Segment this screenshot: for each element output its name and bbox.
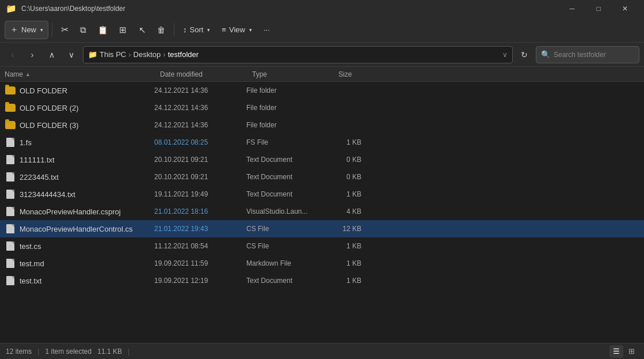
minimize-button[interactable]: ─: [559, 0, 585, 17]
file-name: MonacoPreviewHandler.csproj: [5, 206, 154, 217]
table-row[interactable]: MonacoPreviewHandlerControl.cs21.01.2022…: [0, 220, 644, 237]
cut-button[interactable]: ✂: [56, 21, 74, 39]
table-row[interactable]: OLD FOLDER24.12.2021 14:36File folder: [0, 82, 644, 99]
breadcrumb-sep-2: ›: [163, 50, 165, 59]
file-size: 1 KB: [333, 242, 373, 250]
paste-icon: 📋: [98, 25, 108, 35]
file-type: File folder: [246, 104, 333, 112]
search-container[interactable]: 🔍: [536, 46, 639, 63]
sort-chevron-icon: ▾: [207, 27, 210, 33]
refresh-button[interactable]: ↻: [516, 47, 532, 63]
file-date: 08.01.2022 08:25: [154, 138, 246, 146]
file-name: MonacoPreviewHandlerControl.cs: [5, 223, 154, 235]
table-row[interactable]: 31234444434.txt19.11.2021 19:49Text Docu…: [0, 186, 644, 203]
delete-button[interactable]: 🗑: [152, 21, 170, 39]
up-button[interactable]: ∧: [44, 47, 60, 63]
table-row[interactable]: 1.fs08.01.2022 08:25FS File1 KB: [0, 134, 644, 151]
file-size: 12 KB: [333, 225, 373, 233]
sort-arrows-icon: ↕: [183, 25, 187, 34]
file-name-text: 31234444434.txt: [20, 190, 75, 199]
file-size: 1 KB: [333, 277, 373, 285]
details-view-button[interactable]: ☰: [609, 345, 623, 358]
file-date: 20.10.2021 09:21: [154, 173, 246, 181]
col-header-type[interactable]: Type: [252, 70, 338, 78]
maximize-button[interactable]: □: [585, 0, 612, 17]
file-icon: [5, 240, 16, 252]
table-row[interactable]: 111111.txt20.10.2021 09:21Text Document0…: [0, 151, 644, 168]
col-header-date[interactable]: Date modified: [160, 70, 252, 78]
file-type: Text Document: [246, 173, 333, 181]
view-button[interactable]: ≡ View ▾: [216, 21, 257, 39]
more-options-button[interactable]: ···: [258, 21, 275, 39]
table-row[interactable]: MonacoPreviewHandler.csproj21.01.2022 18…: [0, 203, 644, 220]
file-type: Text Document: [246, 156, 333, 164]
breadcrumb: This PC › Desktop › testfolder: [100, 50, 500, 59]
file-date: 20.10.2021 09:21: [154, 156, 246, 164]
folder-icon: [5, 85, 16, 96]
back-button[interactable]: ‹: [5, 47, 21, 63]
breadcrumb-sep-1: ›: [128, 50, 131, 59]
table-row[interactable]: 2223445.txt20.10.2021 09:21Text Document…: [0, 168, 644, 186]
file-type: File folder: [246, 86, 333, 95]
file-size: 1 KB: [333, 138, 373, 146]
close-button[interactable]: ✕: [612, 0, 638, 17]
cut-icon: ✂: [61, 24, 68, 35]
file-date: 24.12.2021 14:36: [154, 104, 246, 112]
file-type: Text Document: [246, 190, 333, 198]
folder-icon: [5, 102, 16, 114]
copy2-icon: ⊞: [119, 25, 127, 35]
table-row[interactable]: test.txt19.09.2021 12:19Text Document1 K…: [0, 272, 644, 289]
search-input[interactable]: [554, 51, 634, 59]
file-icon: [5, 154, 16, 165]
file-name: 31234444434.txt: [5, 188, 154, 200]
selected-size: 11.1 KB: [97, 347, 122, 356]
file-date: 11.12.2021 08:54: [154, 242, 246, 250]
file-date: 19.09.2021 12:19: [154, 277, 246, 285]
file-name-text: OLD FOLDER (2): [20, 104, 79, 112]
file-icon: [5, 188, 16, 200]
file-type: File folder: [246, 121, 333, 129]
toolbar-separator-1: [52, 23, 52, 37]
file-size: 4 KB: [333, 207, 373, 216]
file-icon: [5, 258, 16, 269]
file-name: test.txt: [5, 275, 154, 286]
col-header-name[interactable]: Name ▲: [5, 70, 160, 78]
file-icon: [5, 223, 16, 235]
forward-button[interactable]: ›: [24, 47, 40, 63]
sort-button[interactable]: ↕ Sort ▾: [178, 21, 215, 39]
address-bar-input[interactable]: 📁 This PC › Desktop › testfolder ∨: [83, 46, 513, 63]
file-type: Markdown File: [246, 259, 333, 267]
table-row[interactable]: OLD FOLDER (3)24.12.2021 14:36File folde…: [0, 116, 644, 134]
new-label: New: [21, 25, 36, 34]
address-folder-icon: 📁: [88, 50, 97, 59]
share-button[interactable]: ↗: [133, 21, 151, 39]
sort-label: Sort: [190, 25, 204, 34]
col-header-size[interactable]: Size: [338, 70, 379, 78]
down-button[interactable]: ∨: [63, 47, 79, 63]
paste-button[interactable]: 📋: [93, 21, 113, 39]
file-type: Text Document: [246, 277, 333, 285]
file-name: 1.fs: [5, 137, 154, 148]
new-button[interactable]: ＋ New ▾: [5, 21, 48, 39]
breadcrumb-this-pc: This PC: [100, 50, 126, 59]
file-date: 21.01.2022 19:43: [154, 225, 246, 233]
copy-button[interactable]: ⧉: [75, 21, 92, 39]
file-icon: [5, 275, 16, 286]
share-icon: ↗: [137, 26, 147, 33]
file-type: CS File: [246, 242, 333, 250]
table-row[interactable]: test.md19.09.2021 11:59Markdown File1 KB: [0, 255, 644, 272]
copy2-button[interactable]: ⊞: [114, 21, 132, 39]
more-icon: ···: [264, 25, 270, 34]
file-date: 24.12.2021 14:36: [154, 121, 246, 129]
file-name: 111111.txt: [5, 154, 154, 165]
breadcrumb-testfolder: testfolder: [168, 50, 199, 59]
address-dropdown-icon[interactable]: ∨: [502, 51, 508, 59]
table-row[interactable]: OLD FOLDER (2)24.12.2021 14:36File folde…: [0, 99, 644, 116]
delete-icon: 🗑: [157, 25, 165, 35]
tiles-view-button[interactable]: ⊞: [624, 345, 638, 358]
file-name: test.cs: [5, 240, 154, 252]
new-chevron-icon: ▾: [40, 27, 43, 33]
file-name-text: MonacoPreviewHandler.csproj: [20, 207, 121, 216]
table-row[interactable]: test.cs11.12.2021 08:54CS File1 KB: [0, 237, 644, 255]
toolbar: ＋ New ▾ ✂ ⧉ 📋 ⊞ ↗ 🗑 ↕ Sort ▾ ≡ View ▾ ··…: [0, 17, 644, 43]
